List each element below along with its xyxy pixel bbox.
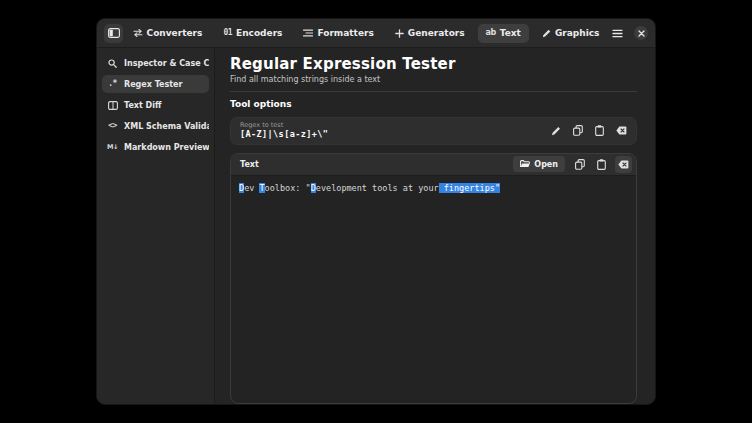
copy-regex-button[interactable] xyxy=(569,122,586,139)
hamburger-icon xyxy=(612,29,623,38)
sidebar: Inspector & Case Converter .* Regex Test… xyxy=(97,48,215,404)
tab-formatters[interactable]: Formatters xyxy=(295,24,381,43)
paste-icon xyxy=(595,125,604,136)
divider xyxy=(230,91,637,92)
window-body: Inspector & Case Converter .* Regex Test… xyxy=(97,48,655,404)
tab-converters[interactable]: Converters xyxy=(125,24,211,43)
sidebar-item-text-diff[interactable]: Text Diff xyxy=(102,96,209,114)
match-highlight: fingertips" xyxy=(439,183,500,193)
backspace-clear-icon xyxy=(616,126,627,135)
pen-icon xyxy=(542,29,551,38)
tab-label: Formatters xyxy=(317,28,373,38)
sidebar-item-markdown-previewer[interactable]: M↓ Markdown Previewer xyxy=(102,138,209,156)
sidebar-item-label: Text Diff xyxy=(124,101,161,110)
open-file-button[interactable]: Open xyxy=(513,156,565,172)
binary-icon: 01 xyxy=(223,29,232,37)
code-tags-icon: <> xyxy=(107,122,118,130)
tab-label: Generators xyxy=(408,28,465,38)
paste-text-button[interactable] xyxy=(593,156,610,173)
tab-encoders[interactable]: 01 Encoders xyxy=(215,24,290,43)
ab-text-icon: ab xyxy=(486,29,496,37)
close-icon xyxy=(638,30,645,37)
desktop-background: Converters 01 Encoders Formatters Ge xyxy=(0,0,752,423)
close-button[interactable] xyxy=(634,26,648,40)
sidebar-toggle-icon xyxy=(108,28,120,38)
editor-text: oolbox: " xyxy=(265,183,311,193)
sidebar-item-xml-schema-validator[interactable]: <> XML Schema Validator xyxy=(102,117,209,135)
magnifier-icon xyxy=(107,59,118,68)
page-title: Regular Expression Tester xyxy=(230,55,637,73)
markdown-icon: M↓ xyxy=(107,144,118,151)
tab-text[interactable]: ab Text xyxy=(478,24,529,43)
tool-options-label: Tool options xyxy=(230,99,637,109)
category-tabs: Converters 01 Encoders Formatters Ge xyxy=(123,24,609,43)
open-button-label: Open xyxy=(534,160,558,169)
editor-text: evelopment tools at your xyxy=(316,183,439,193)
tab-label: Text xyxy=(500,28,521,38)
text-panel-label: Text xyxy=(240,160,513,169)
diff-icon xyxy=(107,101,118,110)
sidebar-item-label: Regex Tester xyxy=(124,80,182,89)
tab-generators[interactable]: Generators xyxy=(387,24,473,43)
sidebar-item-regex-tester[interactable]: .* Regex Tester xyxy=(102,75,209,93)
toggle-sidebar-button[interactable] xyxy=(104,24,123,43)
regex-field[interactable]: Regex to test [A-Z]|\s[a-z]+\" xyxy=(240,122,542,141)
tab-label: Graphics xyxy=(555,28,600,38)
sidebar-item-label: Inspector & Case Converter xyxy=(124,59,209,68)
copy-icon xyxy=(575,159,585,170)
regex-field-label: Regex to test xyxy=(240,122,542,130)
text-panel: Text Open xyxy=(230,153,637,404)
plus-icon xyxy=(395,29,404,38)
text-editor[interactable]: Dev Toolbox: "Development tools at your … xyxy=(231,176,636,403)
pencil-icon xyxy=(551,126,561,136)
copy-text-button[interactable] xyxy=(571,156,588,173)
text-panel-header: Text Open xyxy=(231,154,636,176)
folder-open-icon xyxy=(520,160,530,168)
app-window: Converters 01 Encoders Formatters Ge xyxy=(96,18,656,405)
paste-regex-button[interactable] xyxy=(591,122,608,139)
window-controls xyxy=(609,25,648,41)
edit-regex-button[interactable] xyxy=(547,122,564,139)
regex-field-value[interactable]: [A-Z]|\s[a-z]+\" xyxy=(240,129,542,140)
sidebar-item-inspector-case-converter[interactable]: Inspector & Case Converter xyxy=(102,54,209,72)
menu-button[interactable] xyxy=(609,25,625,41)
tab-label: Encoders xyxy=(236,28,282,38)
header-bar: Converters 01 Encoders Formatters Ge xyxy=(97,19,655,48)
sidebar-item-label: Markdown Previewer xyxy=(124,143,209,152)
tab-label: Converters xyxy=(147,28,203,38)
paste-icon xyxy=(597,159,606,170)
tab-graphics[interactable]: Graphics xyxy=(534,24,608,43)
editor-line: Dev Toolbox: "Development tools at your … xyxy=(239,183,628,193)
regex-input-card[interactable]: Regex to test [A-Z]|\s[a-z]+\" xyxy=(230,117,637,145)
copy-icon xyxy=(573,125,583,136)
editor-text: ev xyxy=(244,183,259,193)
page-subtitle: Find all matching strings inside a text xyxy=(230,75,637,84)
indent-lines-icon xyxy=(303,29,313,37)
main-content: Regular Expression Tester Find all match… xyxy=(215,48,655,404)
regex-icon: .* xyxy=(107,80,118,88)
clear-regex-button[interactable] xyxy=(613,122,630,139)
clear-text-button[interactable] xyxy=(615,156,632,173)
swap-arrows-icon xyxy=(133,29,143,37)
backspace-clear-icon xyxy=(618,160,629,169)
sidebar-item-label: XML Schema Validator xyxy=(124,122,209,131)
